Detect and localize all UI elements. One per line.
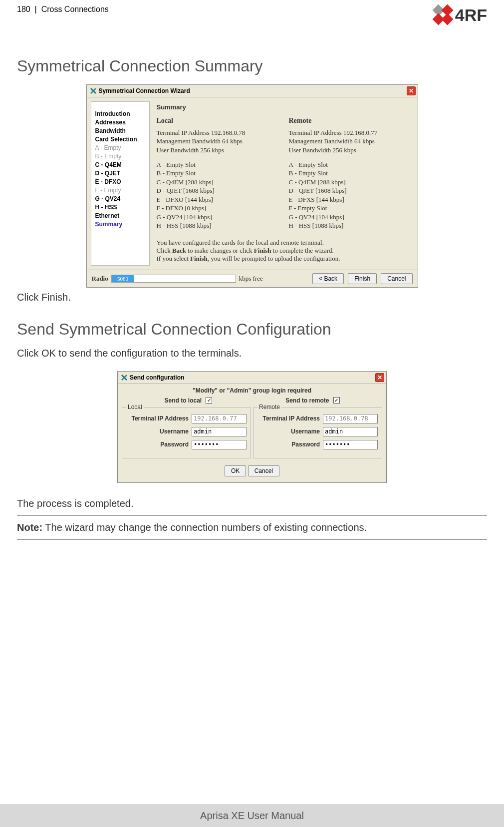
slot-row: B - Empty Slot: [157, 169, 274, 177]
app-icon: [121, 374, 128, 381]
slot-row: H - HSS [1088 kbps]: [289, 222, 406, 230]
slot-row: F - Empty Slot: [289, 204, 406, 212]
remote-ip-field[interactable]: [323, 414, 378, 423]
radio-label: Radio: [92, 275, 108, 283]
instruction-text: Click Finish.: [17, 292, 487, 303]
instruction-text: Click OK to send the configuration to th…: [17, 348, 487, 359]
divider: [17, 515, 487, 516]
divider: [17, 539, 487, 540]
completed-text: The process is completed.: [17, 498, 487, 509]
login-required-label: "Modify" or "Admin" group login required: [118, 384, 386, 396]
note-text: Note: The wizard may change the connecti…: [17, 522, 487, 533]
sidebar-item[interactable]: Summary: [95, 221, 145, 228]
slot-row: C - Q4EM [288 kbps]: [289, 178, 406, 186]
page-footer: Aprisa XE User Manual: [0, 804, 504, 827]
remote-column: Remote Terminal IP Address 192.168.0.77 …: [289, 116, 406, 231]
local-pane: Local Terminal IP Address Username Passw…: [122, 407, 251, 458]
slot-row: D - QJET [1608 kbps]: [289, 187, 406, 195]
sidebar-item[interactable]: Introduction: [95, 110, 145, 117]
slot-row: A - Empty Slot: [157, 161, 274, 169]
local-ip-field[interactable]: [192, 414, 247, 423]
sidebar-item[interactable]: B - Empty: [95, 153, 145, 160]
chapter-title: Cross Connections: [41, 5, 109, 13]
slot-row: C - Q4EM [288 kbps]: [157, 178, 274, 186]
send-local-label: Send to local: [164, 397, 202, 404]
summary-heading: Summary: [157, 103, 413, 111]
titlebar: Send configuration ✕: [118, 372, 386, 384]
slot-row: D - QJET [1608 kbps]: [157, 187, 274, 195]
send-config-window: Send configuration ✕ "Modify" or "Admin"…: [117, 371, 387, 483]
slot-row: G - QV24 [104 kbps]: [289, 213, 406, 221]
ok-button[interactable]: OK: [225, 465, 246, 476]
wizard-footer: Radio 5080 kbps free < Back Finish Cance…: [87, 270, 418, 287]
sidebar-item[interactable]: Ethernet: [95, 212, 145, 219]
wizard-instructions: You have configured the cards for the lo…: [157, 239, 410, 263]
back-button[interactable]: < Back: [312, 273, 344, 284]
close-icon[interactable]: ✕: [375, 373, 384, 382]
send-remote-checkbox[interactable]: ✓: [333, 397, 340, 404]
sidebar-item[interactable]: D - QJET: [95, 170, 145, 177]
local-password-field[interactable]: [192, 440, 247, 449]
sidebar-item[interactable]: H - HSS: [95, 204, 145, 211]
remote-username-field[interactable]: [323, 427, 378, 436]
slot-row: G - QV24 [104 kbps]: [157, 213, 274, 221]
logo-icon: [431, 5, 453, 25]
slot-row: E - DFXO [144 kbps]: [157, 196, 274, 204]
sidebar-item[interactable]: F - Empty: [95, 187, 145, 194]
sidebar-item[interactable]: Bandwidth: [95, 127, 145, 134]
finish-button[interactable]: Finish: [348, 273, 377, 284]
slot-row: F - DFXO [0 kbps]: [157, 204, 274, 212]
local-column: Local Terminal IP Address 192.168.0.78 M…: [157, 116, 274, 231]
send-remote-label: Send to remote: [285, 397, 329, 404]
slot-row: H - HSS [1088 kbps]: [157, 222, 274, 230]
slot-row: A - Empty Slot: [289, 161, 406, 169]
page-number: 180: [17, 5, 30, 13]
local-username-field[interactable]: [192, 427, 247, 436]
window-title: Send configuration: [130, 374, 184, 381]
brand-logo: 4RF: [431, 5, 487, 25]
remote-password-field[interactable]: [323, 440, 378, 449]
send-local-checkbox[interactable]: ✓: [206, 397, 212, 404]
cancel-button[interactable]: Cancel: [381, 273, 412, 284]
app-icon: [90, 87, 97, 94]
wizard-window: Symmetrical Connection Wizard ✕ Introduc…: [86, 84, 418, 288]
slot-row: E - DFXS [144 kbps]: [289, 196, 406, 204]
section-heading: Symmetrical Connection Summary: [17, 57, 487, 75]
sidebar-item[interactable]: G - QV24: [95, 195, 145, 202]
sidebar-item[interactable]: C - Q4EM: [95, 161, 145, 168]
sidebar-item[interactable]: E - DFXO: [95, 178, 145, 185]
section-heading: Send Symmetrical Connection Configuratio…: [17, 320, 487, 339]
page-header: 180 | Cross Connections 4RF: [17, 5, 487, 25]
bandwidth-bar: 5080: [111, 275, 236, 283]
sidebar-item[interactable]: Addresses: [95, 119, 145, 126]
window-title: Symmetrical Connection Wizard: [99, 87, 190, 94]
titlebar: Symmetrical Connection Wizard ✕: [87, 85, 418, 97]
sidebar-item[interactable]: A - Empty: [95, 144, 145, 151]
close-icon[interactable]: ✕: [407, 86, 416, 95]
slot-row: B - Empty Slot: [289, 169, 406, 177]
sidebar-item[interactable]: Card Selection: [95, 136, 145, 143]
wizard-sidebar: IntroductionAddressesBandwidthCard Selec…: [91, 101, 150, 266]
cancel-button[interactable]: Cancel: [248, 465, 279, 476]
remote-pane: Remote Terminal IP Address Username Pass…: [253, 407, 382, 458]
